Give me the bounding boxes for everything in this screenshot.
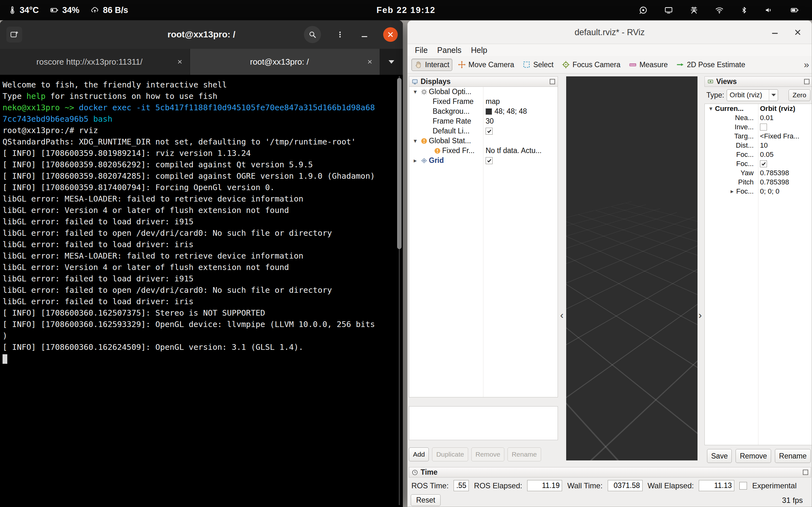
property-value[interactable]: 0; 0; 0	[760, 187, 779, 195]
menu-button[interactable]	[334, 26, 346, 43]
float-panel-icon[interactable]	[803, 469, 808, 475]
checkbox[interactable]	[760, 160, 767, 167]
time-panel-header[interactable]: Time	[409, 467, 811, 477]
time-field-input[interactable]	[608, 480, 643, 491]
property-value[interactable]: 0.05	[760, 151, 774, 159]
checkbox[interactable]	[486, 128, 493, 135]
view-type-dropdown[interactable]: Orbit (rviz)	[727, 89, 778, 101]
tool-measure-button[interactable]: Measure	[626, 59, 670, 71]
terminal-scrollbar[interactable]	[397, 76, 402, 505]
minimize-button[interactable]	[359, 26, 370, 43]
property-value[interactable]: map	[486, 97, 500, 106]
display-icon[interactable]	[664, 6, 673, 14]
tool-focus-camera-button[interactable]: Focus Camera	[559, 59, 623, 71]
property-value[interactable]: 0.785398	[760, 178, 789, 186]
duplicate-button[interactable]: Duplicate	[432, 447, 468, 461]
zero-button[interactable]: Zero	[789, 89, 810, 101]
rviz-minimize-button[interactable]	[765, 20, 784, 44]
time-field-input[interactable]	[699, 480, 734, 491]
menu-help[interactable]: Help	[466, 46, 492, 55]
expander-open-icon[interactable]: ▾	[411, 137, 419, 145]
expander-open-icon[interactable]: ▾	[707, 105, 715, 112]
save-button[interactable]: Save	[707, 449, 732, 463]
property-value[interactable]: 0.785398	[760, 169, 789, 177]
property-value[interactable]: <Fixed Fra...	[760, 132, 799, 140]
scrollbar-thumb[interactable]	[397, 78, 402, 249]
property-value[interactable]	[486, 128, 493, 135]
tool-select-button[interactable]: Select	[519, 59, 556, 71]
menu-file[interactable]: File	[410, 46, 432, 55]
remove-button[interactable]: Remove	[735, 449, 771, 463]
tree-row[interactable]: ▾Curren...Orbit (rviz)	[705, 104, 812, 113]
reset-button[interactable]: Reset	[411, 494, 441, 506]
terminal-tab[interactable]: roscore http://xx13pro:11311/	[0, 49, 190, 75]
tree-row[interactable]: Frame Rate30	[409, 116, 558, 126]
property-value[interactable]: Orbit (rviz)	[760, 105, 795, 113]
expander-open-icon[interactable]: ▾	[411, 88, 419, 95]
tree-row[interactable]: Foc...0.05	[705, 150, 812, 159]
tab-close-icon[interactable]	[174, 58, 185, 65]
time-field-input[interactable]	[454, 480, 469, 491]
tree-row[interactable]: Pitch0.785398	[705, 177, 812, 187]
terminal-header-bar[interactable]: root@xx13pro: /	[0, 20, 403, 49]
tree-row[interactable]: Default Li...	[409, 126, 558, 136]
battery-icon[interactable]	[790, 6, 799, 14]
menu-panels[interactable]: Panels	[432, 46, 466, 55]
close-button[interactable]	[383, 27, 398, 42]
property-value[interactable]: 30	[486, 117, 494, 125]
rename-button[interactable]: Rename	[507, 447, 541, 461]
property-value[interactable]: 48; 48; 48	[486, 107, 527, 116]
tab-close-icon[interactable]	[364, 58, 375, 65]
rviz-title-bar[interactable]: default.rviz* - RViz	[408, 20, 812, 44]
terminal-tab[interactable]: root@xx13pro: /	[190, 49, 380, 75]
wifi-icon[interactable]	[715, 6, 724, 14]
rviz-close-button[interactable]	[788, 20, 807, 44]
float-panel-icon[interactable]	[804, 79, 809, 84]
tool-move-camera-button[interactable]: Move Camera	[455, 59, 517, 71]
screencast-icon[interactable]	[639, 6, 648, 14]
property-value[interactable]: 10	[760, 141, 768, 150]
volume-icon[interactable]	[764, 6, 773, 14]
toolbar-overflow-icon[interactable]: »	[804, 59, 809, 70]
property-value[interactable]	[486, 157, 493, 164]
tree-row[interactable]: Backgrou...48; 48; 48	[409, 107, 558, 116]
property-value[interactable]: No tf data. Actu...	[486, 147, 542, 155]
3d-viewport[interactable]	[566, 76, 698, 460]
add-button[interactable]: Add	[409, 447, 429, 461]
tree-row[interactable]: Nea...0.01	[705, 113, 812, 122]
terminal-output[interactable]: Welcome to fish, the friendly interactiv…	[0, 75, 403, 507]
tree-row[interactable]: Fixed Fr...No tf data. Actu...	[409, 146, 558, 156]
rename-button[interactable]: Rename	[775, 449, 811, 463]
expander-closed-icon[interactable]: ▸	[411, 157, 419, 164]
tree-row[interactable]: Fixed Framemap	[409, 97, 558, 107]
tree-row[interactable]: Dist...10	[705, 141, 812, 150]
tool-2d-pose-estimate-button[interactable]: 2D Pose Estimate	[673, 59, 748, 71]
bluetooth-icon[interactable]	[740, 6, 748, 14]
ime-en-icon[interactable]	[690, 6, 699, 14]
tree-row[interactable]: ▸Grid	[409, 156, 558, 165]
tab-switcher-dropdown[interactable]	[380, 49, 403, 75]
search-button[interactable]	[304, 26, 321, 43]
dropdown-arrow[interactable]	[769, 90, 778, 101]
tree-row[interactable]: Inve...	[705, 122, 812, 131]
tree-row[interactable]: ▸Foc...0; 0; 0	[705, 187, 812, 196]
views-panel-header[interactable]: Views	[705, 76, 812, 87]
checkbox[interactable]	[740, 482, 747, 490]
tree-row[interactable]: ▾Global Stat...	[409, 136, 558, 146]
property-value[interactable]	[760, 124, 767, 130]
checkbox[interactable]	[486, 157, 493, 164]
tool-interact-button[interactable]: Interact	[411, 59, 452, 71]
tree-row[interactable]: Targ...<Fixed Fra...	[705, 131, 812, 141]
tree-row[interactable]: ▾Global Opti...	[409, 87, 558, 97]
remove-button[interactable]: Remove	[471, 447, 504, 461]
splitter-collapse-left[interactable]: ‹	[560, 310, 564, 320]
expander-closed-icon[interactable]: ▸	[728, 187, 736, 195]
tree-row[interactable]: Foc...	[705, 159, 812, 168]
float-panel-icon[interactable]	[550, 79, 555, 84]
checkbox[interactable]	[760, 124, 767, 130]
property-value[interactable]	[760, 160, 767, 167]
displays-panel-header[interactable]: Displays	[409, 76, 558, 87]
property-value[interactable]: 0.01	[760, 114, 774, 122]
time-field-input[interactable]	[527, 480, 562, 491]
splitter-collapse-right[interactable]: ›	[699, 310, 702, 320]
